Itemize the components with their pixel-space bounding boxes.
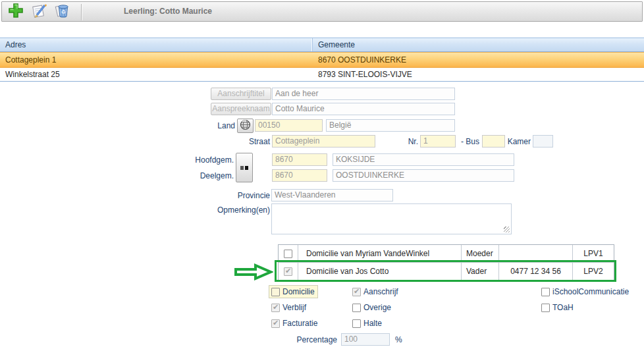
- land-code-field[interactable]: 00150: [255, 119, 323, 132]
- address-detail-screen: ♻ Leerling: Cotto Maurice Adres Gemeente…: [0, 0, 644, 349]
- percentage-unit: %: [395, 335, 408, 344]
- column-header-adres[interactable]: Adres: [0, 38, 312, 51]
- hoofdgem-label: Hoofdgem.: [168, 155, 234, 165]
- land-name-field[interactable]: België: [326, 119, 455, 132]
- aanschrijftitel-field[interactable]: Aan de heer: [272, 88, 455, 100]
- checkbox-label: Domicilie: [282, 287, 315, 296]
- land-label: Land: [169, 121, 235, 130]
- halte-checkbox[interactable]: [352, 319, 361, 328]
- ischoolcommunicatie-checkbox[interactable]: [541, 288, 550, 296]
- deelgem-code-field[interactable]: 8670: [272, 169, 327, 182]
- toah-checkbox[interactable]: [541, 304, 550, 312]
- domicile-code: LPV1: [573, 245, 614, 262]
- aanschrijf-checkbox[interactable]: [352, 288, 361, 296]
- deelgem-name-field[interactable]: OOSTDUINKERKE: [333, 169, 514, 182]
- address-row[interactable]: Winkelstraat 25 8793 SINT-ELOOIS-VIJVE: [0, 68, 644, 82]
- checkbox-label: TOaH: [552, 303, 574, 312]
- bus-label: - Bus: [440, 137, 479, 146]
- domicile-relation: Moeder: [462, 245, 499, 262]
- checkbox-ischoolcommunicatie[interactable]: iSchoolCommunicatie: [541, 287, 629, 296]
- checkbox-label: Aanschrijf: [363, 287, 398, 296]
- straat-field[interactable]: Cottageplein: [272, 135, 375, 148]
- hoofdgem-name-field[interactable]: KOKSIJDE: [333, 153, 514, 166]
- checkbox-halte[interactable]: Halte: [352, 319, 382, 328]
- address-row-selected[interactable]: Cottageplein 1 8670 OOSTDUINKERKE: [0, 52, 644, 68]
- percentage-field[interactable]: 100: [341, 333, 390, 346]
- domicile-row[interactable]: Domicilie van Myriam VandeWinkel Moeder …: [279, 245, 614, 263]
- checkbox-aanschrijf[interactable]: Aanschrijf: [352, 287, 398, 296]
- checkbox-domicilie[interactable]: Domicilie: [269, 285, 318, 298]
- hoofdgem-code-field[interactable]: 8670: [272, 153, 327, 166]
- trash-icon: ♻: [55, 2, 72, 21]
- checkbox-overige[interactable]: Overige: [352, 303, 391, 312]
- straat-label: Straat: [204, 137, 270, 146]
- overige-checkbox[interactable]: [352, 304, 361, 312]
- checkbox-label: Overige: [363, 303, 391, 312]
- globe-icon: [240, 119, 251, 132]
- cell-adres: Cottageplein 1: [0, 53, 312, 67]
- checkbox-label: Facturatie: [282, 319, 317, 328]
- opmerkingen-textarea[interactable]: [271, 203, 512, 234]
- toolbar: ♻ Leerling: Cotto Maurice: [1, 1, 643, 22]
- resize-grip-icon[interactable]: [504, 227, 510, 232]
- cell-gemeente: 8793 SINT-ELOOIS-VIJVE: [313, 68, 644, 81]
- add-button[interactable]: [5, 3, 26, 20]
- domicile-phone: 0477 12 34 56: [499, 263, 573, 280]
- opmerkingen-label: Opmerking(en): [198, 205, 270, 215]
- aanschrijftitel-button[interactable]: Aanschrijftitel: [211, 88, 271, 100]
- cell-adres: Winkelstraat 25: [0, 68, 312, 81]
- domicilie-checkbox[interactable]: [271, 288, 280, 296]
- checkbox-toah[interactable]: TOaH: [541, 303, 574, 312]
- nr-label: Nr.: [392, 137, 418, 146]
- checkbox-label: Verblijf: [282, 303, 306, 312]
- address-table-header: Adres Gemeente: [0, 38, 644, 52]
- toolbar-title: Leerling: Cotto Maurice: [124, 2, 212, 21]
- percentage-label: Percentage: [270, 335, 337, 344]
- municipality-squares-icon: [240, 163, 249, 173]
- domicile-name: Domicilie van Myriam VandeWinkel: [298, 245, 462, 262]
- domicile-checkbox-checked[interactable]: [284, 267, 292, 276]
- provincie-label: Provincie: [204, 191, 270, 200]
- edit-button[interactable]: [29, 3, 50, 20]
- domicile-relation: Vader: [462, 263, 499, 280]
- domicile-row-highlighted[interactable]: Domicilie van Jos Cotto Vader 0477 12 34…: [279, 263, 614, 280]
- checkbox-facturatie[interactable]: Facturatie: [271, 319, 317, 328]
- domicile-name: Domicilie van Jos Cotto: [298, 263, 462, 280]
- domicile-table: Domicilie van Myriam VandeWinkel Moeder …: [278, 244, 614, 281]
- kamer-field[interactable]: [533, 135, 553, 148]
- svg-text:♻: ♻: [61, 9, 65, 15]
- domicile-checkbox[interactable]: [284, 250, 292, 258]
- aanspreeknaam-button[interactable]: Aanspreeknaam: [211, 103, 271, 115]
- delete-button[interactable]: ♻: [53, 3, 74, 20]
- edit-pencil-icon: [31, 2, 48, 21]
- deelgem-label: Deelgem.: [168, 171, 234, 180]
- checkbox-verblijf[interactable]: Verblijf: [271, 303, 306, 312]
- aanspreeknaam-field[interactable]: Cotto Maurice: [272, 103, 455, 115]
- cell-gemeente: 8670 OOSTDUINKERKE: [313, 53, 644, 67]
- checkbox-label: iSchoolCommunicatie: [552, 287, 629, 296]
- domicile-phone: [499, 245, 573, 262]
- provincie-field[interactable]: West-Vlaanderen: [271, 189, 393, 201]
- facturatie-checkbox[interactable]: [271, 319, 280, 328]
- toolbar-separator: [81, 4, 82, 20]
- column-header-gemeente[interactable]: Gemeente: [313, 38, 644, 51]
- verblijf-checkbox[interactable]: [271, 304, 280, 312]
- kamer-label: Kamer: [481, 137, 531, 146]
- plus-icon: [7, 2, 24, 21]
- land-lookup-button[interactable]: [237, 119, 254, 133]
- green-arrow-icon: [234, 263, 273, 282]
- checkbox-label: Halte: [363, 319, 382, 328]
- domicile-code: LPV2: [573, 263, 614, 280]
- gemeente-lookup-button[interactable]: [236, 153, 253, 182]
